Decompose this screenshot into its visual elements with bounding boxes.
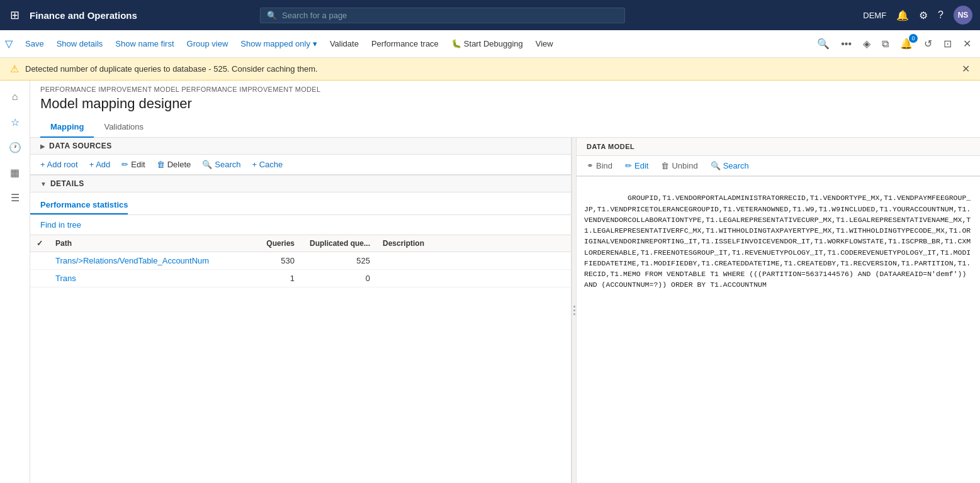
data-sources-title: DATA SOURCES [49,142,112,150]
delete-label: Delete [167,160,191,169]
global-search[interactable]: 🔍 [260,8,625,23]
row-duplicated: 525 [301,252,376,270]
data-model-header: DATA MODEL [577,138,980,156]
sidebar-table-icon[interactable]: ▦ [4,161,26,184]
data-sources-toolbar: + Add root + Add ✏ Edit 🗑 Delete 🔍 Searc… [30,155,571,175]
col-header-path: Path [49,235,251,252]
ds-search-button[interactable]: 🔍 Search [197,157,245,172]
expand-icon: ▶ [40,143,45,150]
sql-text-area[interactable]: GROUPID,T1.VENDORPORTALADMINISTRATORRECI… [577,176,980,483]
badge-button-wrapper: 🔔 0 [896,35,916,52]
save-button[interactable]: Save [20,36,49,51]
find-in-tree-link[interactable]: Find in tree [30,215,91,235]
unbind-icon: 🗑 [661,161,669,170]
edit-button[interactable]: ✏ Edit [116,157,150,172]
dm-search-button[interactable]: 🔍 Search [706,158,754,173]
dm-edit-button[interactable]: ✏ Edit [620,158,653,173]
vertical-splitter[interactable] [572,138,577,483]
top-navigation: ⊞ Finance and Operations 🔍 DEMF 🔔 ⚙ ? NS [0,0,980,30]
col-header-description: Description [376,235,571,252]
show-name-first-button[interactable]: Show name first [110,36,179,51]
start-debugging-button[interactable]: 🐛 Start Debugging [446,36,528,51]
search-input[interactable] [282,11,618,20]
sidebar-home-icon[interactable]: ⌂ [4,86,26,108]
page-title: Model mapping designer [30,93,980,117]
collapse-icon[interactable]: ▼ [40,180,47,187]
data-sources-section-header[interactable]: ▶ DATA SOURCES [30,138,571,155]
bind-label: Bind [596,161,612,170]
edit-icon: ✏ [121,160,128,169]
delete-button[interactable]: 🗑 Delete [152,157,196,172]
col-header-queries: Queries [251,235,301,252]
row-path[interactable]: Trans [49,270,251,287]
sidebar-clock-icon[interactable]: 🕐 [4,136,26,158]
perf-tab-bar: Performance statistics [30,192,571,215]
data-model-toolbar: ⚭ Bind ✏ Edit 🗑 Unbind 🔍 Search [577,156,980,176]
help-icon[interactable]: ? [938,9,943,21]
row-queries: 530 [251,252,301,270]
view-button[interactable]: View [531,36,558,51]
tab-validations[interactable]: Validations [94,117,154,138]
add-button[interactable]: + Add [84,157,116,172]
table-row: Trans/>Relations/VendTable_AccountNum 53… [30,252,571,270]
perf-statistics-tab[interactable]: Performance statistics [30,195,128,214]
show-mapped-only-button[interactable]: Show mapped only ▾ [235,36,322,51]
add-root-button[interactable]: + Add root [35,157,83,172]
grid-icon[interactable]: ⊞ [8,6,22,25]
content-area: PERFORMANCE IMPROVEMENT MODEL PERFORMANC… [30,80,980,483]
ds-search-label: Search [215,160,240,169]
table-row: Trans 1 0 [30,270,571,287]
group-view-button[interactable]: Group view [182,36,234,51]
panel-layout: ▶ DATA SOURCES + Add root + Add ✏ Edit 🗑… [30,138,980,483]
notification-badge: 0 [909,34,918,43]
avatar[interactable]: NS [954,6,972,25]
bind-icon: ⚭ [587,161,594,170]
debug-icon: 🐛 [451,39,461,48]
filter-icon[interactable]: ▽ [5,38,13,50]
row-duplicated: 0 [301,270,376,287]
settings-icon[interactable]: ⚙ [919,9,928,21]
details-header: ▼ DETAILS [30,175,571,192]
performance-trace-button[interactable]: Performance trace [366,36,444,51]
tab-bar: Mapping Validations [30,117,980,138]
search-toolbar-icon[interactable]: 🔍 [813,35,833,52]
unbind-button[interactable]: 🗑 Unbind [656,158,702,173]
dm-edit-label: Edit [634,161,648,170]
sidebar-list-icon[interactable]: ☰ [4,186,26,209]
row-check [30,252,49,270]
show-details-button[interactable]: Show details [52,36,108,51]
show-mapped-label: Show mapped only [240,39,310,48]
row-description [376,270,571,287]
unbind-label: Unbind [672,161,697,170]
left-sidebar: ⌂ ☆ 🕐 ▦ ☰ [0,80,30,483]
notification-icon[interactable]: 🔔 [896,9,909,21]
tab-mapping[interactable]: Mapping [40,117,94,138]
top-nav-right: DEMF 🔔 ⚙ ? NS [863,6,972,25]
warning-message: Detected number of duplicate queries to … [25,64,318,74]
refresh-icon[interactable]: ↺ [920,35,936,52]
chevron-down-icon: ▾ [313,39,317,48]
warning-close-button[interactable]: ✕ [962,63,970,75]
row-description [376,252,571,270]
splitter-dots [573,306,575,315]
sql-text-content: GROUPID,T1.VENDORPORTALADMINISTRATORRECI… [584,194,971,289]
diamond-icon[interactable]: ◈ [859,35,874,52]
dm-search-label: Search [723,161,749,170]
close-button[interactable]: ✕ [959,35,975,52]
cache-button[interactable]: + Cache [247,157,288,172]
extension-icon[interactable]: ⧉ [878,36,893,52]
edit-label: Edit [131,160,145,169]
ds-search-icon: 🔍 [202,160,212,169]
main-toolbar: ▽ Save Show details Show name first Grou… [0,30,980,58]
sidebar-star-icon[interactable]: ☆ [4,111,26,133]
row-path[interactable]: Trans/>Relations/VendTable_AccountNum [49,252,251,270]
performance-table: ✓ Path Queries Duplicated que... Descrip… [30,235,571,287]
environment-label: DEMF [863,11,886,20]
more-options-icon[interactable]: ••• [837,36,855,52]
bind-button[interactable]: ⚭ Bind [582,158,617,173]
row-check [30,270,49,287]
validate-button[interactable]: Validate [325,36,364,51]
open-new-icon[interactable]: ⊡ [940,35,955,52]
dm-edit-icon: ✏ [625,161,632,170]
right-panel: DATA MODEL ⚭ Bind ✏ Edit 🗑 Unbind [577,138,980,483]
